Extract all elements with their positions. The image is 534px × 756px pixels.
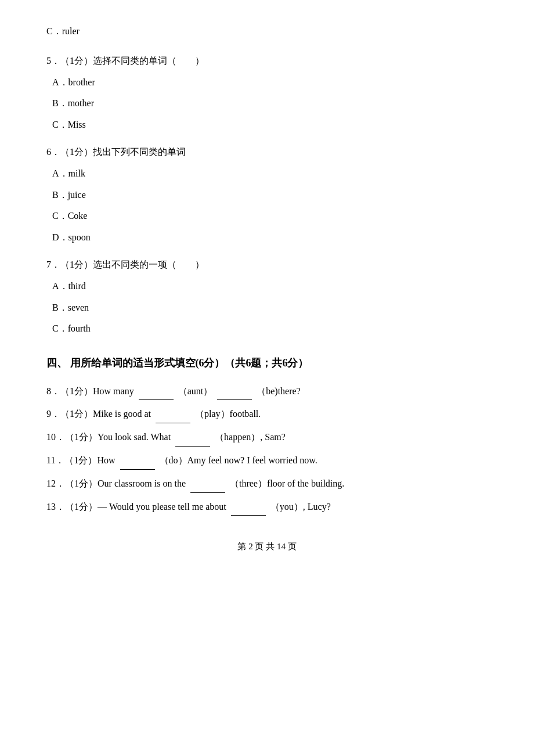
question-10-text: 10．（1分）You look sad. What （happen）, Sam? [46,432,286,442]
question-5-option-a: A．brother [46,74,488,91]
question-6-label: 6．（1分）找出下列不同类的单词 [46,144,488,161]
question-7-option-b: B．seven [46,300,488,316]
question-11-text: 11．（1分）How （do）Amy feel now? I feel worr… [46,455,317,465]
question-10: 10．（1分）You look sad. What （happen）, Sam? [46,429,488,447]
question-9-blank [156,406,190,423]
question-12: 12．（1分）Our classroom is on the （three）fl… [46,476,488,493]
section-4-header: 四、 用所给单词的适当形式填空(6分）（共6题；共6分） [46,354,488,372]
question-7-option-a: A．third [46,278,488,295]
question-8-blank1 [139,383,174,401]
question-6-option-b: B．juice [46,187,488,204]
option-c-ruler: C．ruler [46,23,488,40]
question-12-text: 12．（1分）Our classroom is on the （three）fl… [46,478,344,488]
question-8-blank2 [217,383,252,401]
question-9-text: 9．（1分）Mike is good at （play）football. [46,409,261,419]
page-footer: 第 2 页 共 14 页 [46,539,488,555]
question-6-block: 6．（1分）找出下列不同类的单词 A．milk B．juice C．Coke D… [46,144,488,246]
question-13: 13．（1分）— Would you please tell me about … [46,499,488,516]
section-4: 四、 用所给单词的适当形式填空(6分）（共6题；共6分） 8．（1分）How m… [46,354,488,516]
question-6-option-c: C．Coke [46,208,488,225]
question-9: 9．（1分）Mike is good at （play）football. [46,406,488,423]
question-8: 8．（1分）How many （aunt） （be)there? [46,383,488,401]
question-12-blank [190,476,225,493]
question-11: 11．（1分）How （do）Amy feel now? I feel worr… [46,452,488,470]
question-5-label: 5．（1分）选择不同类的单词（ ） [46,53,488,70]
question-6-option-d: D．spoon [46,229,488,246]
question-10-blank [175,429,210,447]
question-7-block: 7．（1分）选出不同类的一项（ ） A．third B．seven C．four… [46,257,488,337]
question-5-option-b: B．mother [46,95,488,112]
question-6-option-a: A．milk [46,165,488,182]
question-5-option-c: C．Miss [46,117,488,134]
question-13-text: 13．（1分）— Would you please tell me about … [46,502,331,512]
question-11-blank [120,452,155,470]
question-13-blank [231,499,266,516]
question-8-text: 8．（1分）How many （aunt） （be)there? [46,386,301,396]
question-7-option-c: C．fourth [46,321,488,337]
question-7-label: 7．（1分）选出不同类的一项（ ） [46,257,488,273]
question-5-block: 5．（1分）选择不同类的单词（ ） A．brother B．mother C．M… [46,53,488,134]
